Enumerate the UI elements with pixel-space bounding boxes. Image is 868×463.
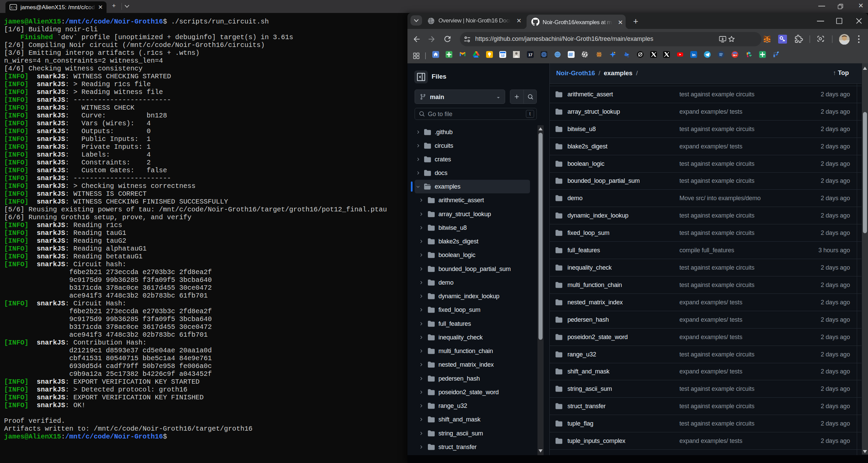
svg-text:in: in [692,53,695,57]
svg-text:12: 12 [501,53,505,57]
svg-text:17: 17 [528,53,532,57]
svg-text:3k+: 3k+ [733,54,737,57]
svg-text:C:\: C:\ [11,6,16,10]
